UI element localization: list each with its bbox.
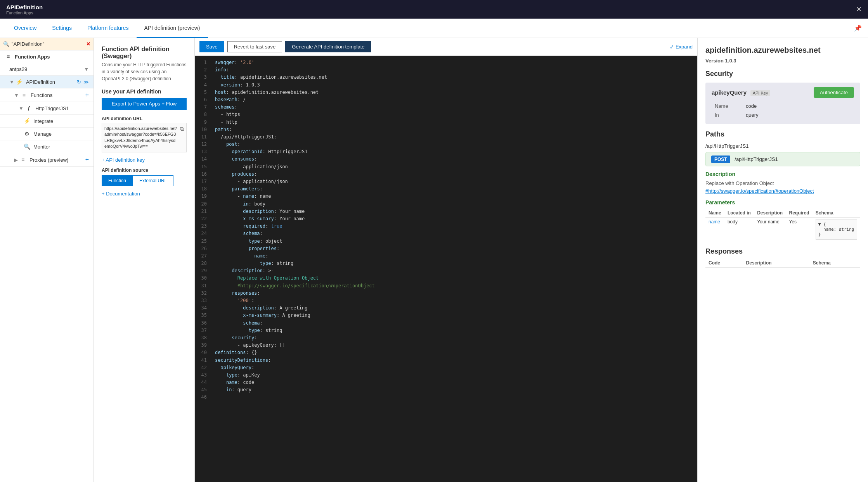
clear-search-button[interactable]: ✕ xyxy=(86,41,90,47)
sidebar-item-manage-label: Manage xyxy=(33,131,52,137)
api-url-label: API definition URL xyxy=(102,116,187,121)
line-numbers: 1234567891011121314151617181920212223242… xyxy=(195,56,210,482)
authenticate-button[interactable]: Authenticate xyxy=(814,87,854,98)
search-bar: 🔍 ✕ xyxy=(0,38,94,50)
description-link[interactable]: #http://swagger.io/specification/#operat… xyxy=(705,188,814,194)
list-icon: ≡ xyxy=(5,54,12,60)
sidebar: 🔍 ✕ ≡ Function Apps antps29 ▼ ▼ ⚡ APIDef xyxy=(0,38,94,482)
monitor-icon: 🔍 xyxy=(23,143,30,150)
titlebar: APIDefinition Function Apps ✕ xyxy=(0,0,868,19)
add-proxy-button[interactable]: + xyxy=(85,156,89,163)
search-input[interactable] xyxy=(12,41,86,47)
chevron-right-icon: ▼ xyxy=(19,105,24,111)
sidebar-item-proxies-label: Proxies (preview) xyxy=(29,157,68,163)
more-icon[interactable]: ≫ xyxy=(83,79,89,85)
code-area[interactable]: 1234567891011121314151617181920212223242… xyxy=(195,56,697,482)
sidebar-item-monitor[interactable]: 🔍 Monitor xyxy=(0,140,94,153)
sidebar-item-account[interactable]: antps29 ▼ xyxy=(0,63,94,76)
export-button[interactable]: Export to Power Apps + Flow xyxy=(102,98,187,110)
tab-overview[interactable]: Overview xyxy=(6,19,44,38)
nav-tabs: Overview Settings Platform features API … xyxy=(0,19,868,38)
pin-icon[interactable]: 📌 xyxy=(854,24,862,32)
sidebar-account-label: antps29 xyxy=(9,66,27,72)
swagger-version: Version 1.0.3 xyxy=(705,58,860,64)
api-definition-panel: Function API definition (Swagger) Consum… xyxy=(94,38,195,482)
post-path: /api/HttpTriggerJS1 xyxy=(735,156,778,162)
source-external-button[interactable]: External URL xyxy=(133,175,173,186)
main-panel: Function API definition (Swagger) Consum… xyxy=(94,38,868,482)
sidebar-item-api-definition[interactable]: ▼ ⚡ APIDefinition ↻ ≫ xyxy=(0,76,94,88)
tab-settings[interactable]: Settings xyxy=(44,19,80,38)
name-label: Name xyxy=(712,102,743,111)
param-schema: ▼ { name: string } xyxy=(816,219,857,240)
api-url-box: https://apidefinition.azurewebsites.net/… xyxy=(102,123,187,152)
function-icon: ƒ xyxy=(25,105,32,111)
source-function-button[interactable]: Function xyxy=(102,175,133,186)
responses-col-schema: Schema xyxy=(810,259,860,268)
expand-icon: ⤢ xyxy=(670,44,674,50)
param-required: Yes xyxy=(786,218,813,242)
params-col-located-in: Located in xyxy=(724,209,754,218)
sidebar-item-proxies[interactable]: ▶ ≡ Proxies (preview) + xyxy=(0,153,94,167)
copy-url-button[interactable]: ⧉ xyxy=(180,126,184,132)
responses-col-description: Description xyxy=(743,259,810,268)
integrate-icon: ⚡ xyxy=(23,118,30,124)
post-method-badge: POST xyxy=(711,155,730,163)
api-icon: ⚡ xyxy=(16,79,23,85)
api-url-text: https://apidefinition.azurewebsites.net/… xyxy=(104,126,178,150)
revert-button[interactable]: Revert to last save xyxy=(227,41,282,52)
sidebar-item-integrate-label: Integrate xyxy=(33,118,53,124)
param-located-in: body xyxy=(724,218,754,242)
param-name: name xyxy=(709,219,720,225)
security-table: Name code In query xyxy=(712,102,854,119)
responses-title: Responses xyxy=(705,247,860,256)
editor-toolbar: Save Revert to last save Generate API de… xyxy=(195,38,697,56)
close-button[interactable]: ✕ xyxy=(856,5,862,14)
app-title: APIDefinition xyxy=(6,4,43,10)
tab-api-definition[interactable]: API definition (preview) xyxy=(137,19,208,38)
security-box: apikeyQuery API Key Authenticate Name co… xyxy=(705,83,860,124)
app-subtitle: Function Apps xyxy=(6,10,43,15)
sidebar-item-api-label: APIDefinition xyxy=(26,79,55,85)
path-url: /api/HttpTriggerJS1 xyxy=(705,143,860,149)
code-content[interactable]: swagger: '2.0'info: title: apidefinition… xyxy=(210,56,697,482)
params-row: name body Your name Yes ▼ { name: string… xyxy=(705,218,860,242)
refresh-icon[interactable]: ↻ xyxy=(77,79,81,85)
account-actions: ▼ xyxy=(84,66,89,72)
sidebar-item-functions[interactable]: ▼ ≡ Functions + xyxy=(0,88,94,102)
api-def-actions: ↻ ≫ xyxy=(77,79,89,85)
sidebar-item-function-apps-label: Function Apps xyxy=(15,54,50,60)
save-button[interactable]: Save xyxy=(199,41,224,52)
functions-list-icon: ≡ xyxy=(21,92,28,98)
add-function-button[interactable]: + xyxy=(85,92,89,98)
sidebar-item-manage[interactable]: ⚙ Manage xyxy=(0,128,94,140)
param-description: Your name xyxy=(754,218,786,242)
sidebar-item-function-apps[interactable]: ≡ Function Apps xyxy=(0,50,94,63)
documentation-link[interactable]: + Documentation xyxy=(102,191,187,197)
search-icon: 🔍 xyxy=(3,41,9,47)
parameters-table: Name Located in Description Required Sch… xyxy=(705,209,860,241)
post-box[interactable]: POST /api/HttpTriggerJS1 xyxy=(705,152,860,166)
sidebar-item-integrate[interactable]: ⚡ Integrate xyxy=(0,115,94,128)
sidebar-item-monitor-label: Monitor xyxy=(33,144,50,150)
sidebar-item-http-trigger-label: HttpTriggerJS1 xyxy=(35,105,69,111)
chevron-down-icon[interactable]: ▼ xyxy=(84,66,89,72)
paths-section: Paths /api/HttpTriggerJS1 POST /api/Http… xyxy=(705,130,860,268)
generate-button[interactable]: Generate API definition template xyxy=(285,41,371,52)
panel-title: Function API definition (Swagger) xyxy=(102,46,187,60)
parameters-title: Parameters xyxy=(705,199,860,206)
params-col-schema: Schema xyxy=(813,209,860,218)
chevron-right-icon-2: ▶ xyxy=(14,157,18,163)
tab-platform-features[interactable]: Platform features xyxy=(80,19,137,38)
api-definition-key-link[interactable]: + API definition key xyxy=(102,157,187,163)
expand-button[interactable]: ⤢ Expand xyxy=(670,44,693,50)
panel-description: Consume your HTTP triggered Functions in… xyxy=(102,61,187,82)
source-toggle: Function External URL xyxy=(102,175,187,186)
params-col-description: Description xyxy=(754,209,786,218)
api-def-source-label: API definition source xyxy=(102,168,187,173)
in-label: In xyxy=(712,111,743,119)
description-title: Description xyxy=(705,171,860,177)
name-value: code xyxy=(743,102,854,111)
sidebar-item-http-trigger[interactable]: ▼ ƒ HttpTriggerJS1 xyxy=(0,102,94,115)
swagger-host: apidefinition.azurewebsites.net xyxy=(705,46,860,55)
